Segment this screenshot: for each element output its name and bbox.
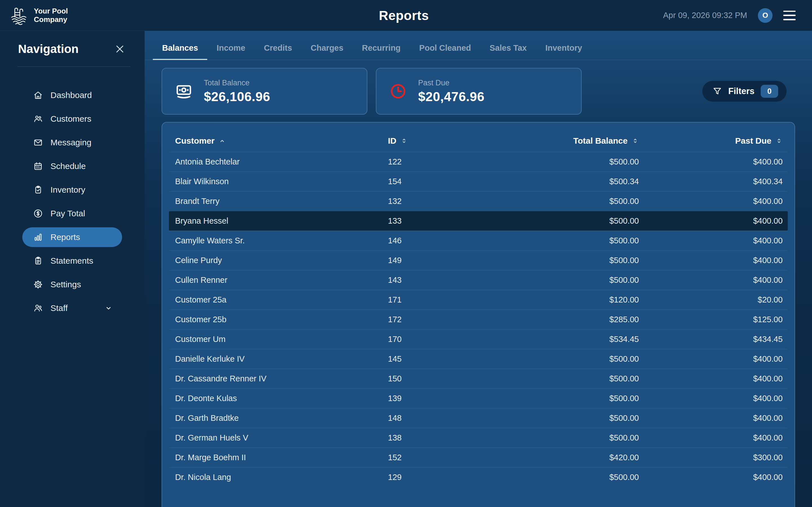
sidebar-item-label: Dashboard [50,91,92,100]
tab-recurring[interactable]: Recurring [353,41,410,60]
customer-name-cell: Celine Purdy [175,256,388,265]
tab-income[interactable]: Income [207,41,255,60]
tab-charges[interactable]: Charges [301,41,353,60]
tab-balances[interactable]: Balances [153,41,207,60]
customer-id-cell: 154 [388,177,506,186]
table-row[interactable]: Customer Um170$534.45$434.45 [169,329,788,349]
balances-table-card: CustomerIDTotal BalancePast Due Antonia … [161,122,795,507]
customer-id-cell: 138 [388,433,506,443]
table-row[interactable]: Celine Purdy149$500.00$400.00 [169,250,788,270]
customer-id-cell: 172 [388,315,506,324]
filters-button[interactable]: Filters 0 [702,81,786,102]
table-row[interactable]: Dr. Marge Boehm II152$420.00$300.00 [169,448,788,467]
brand-line1: Your Pool [34,7,68,15]
tab-credits[interactable]: Credits [255,41,301,60]
customer-id-cell: 150 [388,374,506,383]
calendar-icon [33,161,43,171]
customer-name-cell: Customer 25a [175,295,388,304]
column-header-past-due[interactable]: Past Due [639,136,783,146]
sidebar-item-dashboard[interactable]: Dashboard [22,86,122,105]
hamburger-menu-icon[interactable] [783,11,796,20]
column-label: ID [388,136,396,146]
total-balance-value: $26,106.96 [204,89,270,104]
total-balance-cell: $120.00 [506,295,639,304]
table-row[interactable]: Dr. Deonte Kulas139$500.00$400.00 [169,388,788,408]
total-balance-cell: $500.00 [506,236,639,245]
table-row[interactable]: Cullen Renner143$500.00$400.00 [169,270,788,290]
home-icon [33,90,43,100]
customer-id-cell: 139 [388,394,506,403]
dollar-circle-icon [33,209,43,219]
sidebar-item-reports[interactable]: Reports [22,227,122,247]
past-due-cell: $400.00 [639,196,783,206]
customer-name-cell: Camylle Waters Sr. [175,236,388,245]
column-label: Customer [175,136,214,146]
column-header-total-balance[interactable]: Total Balance [506,136,639,146]
total-balance-cell: $500.00 [506,276,639,285]
sidebar-item-staff[interactable]: Staff [22,298,122,318]
past-due-label: Past Due [418,78,485,87]
customer-id-cell: 145 [388,354,506,363]
table-row[interactable]: Bryana Hessel133$500.00$400.00 [169,211,788,231]
past-due-cell: $400.00 [639,394,783,403]
sort-icon [775,137,783,145]
sort-ascending-icon [218,137,226,145]
sort-icon [631,137,639,145]
total-balance-cell: $500.00 [506,413,639,423]
sidebar: Navigation DashboardCustomersMessagingSc… [0,31,145,507]
customer-name-cell: Dr. Deonte Kulas [175,394,388,403]
customer-id-cell: 132 [388,196,506,206]
avatar[interactable]: O [758,8,772,23]
tab-pool-cleaned[interactable]: Pool Cleaned [410,41,480,60]
past-due-cell: $400.00 [639,433,783,443]
customer-id-cell: 170 [388,335,506,344]
past-due-cell: $400.00 [639,354,783,363]
customer-id-cell: 148 [388,413,506,423]
table-row[interactable]: Dr. Garth Bradtke148$500.00$400.00 [169,408,788,428]
total-balance-cell: $500.00 [506,256,639,265]
table-row[interactable]: Dr. German Huels V138$500.00$400.00 [169,428,788,448]
table-row[interactable]: Dr. Cassandre Renner IV150$500.00$400.00 [169,369,788,388]
customer-name-cell: Dr. Nicola Lang [175,473,388,482]
table-row[interactable]: Danielle Kerluke IV145$500.00$400.00 [169,349,788,369]
header-datetime: Apr 09, 2026 09:32 PM [663,11,747,20]
pool-ladder-logo-icon [8,4,30,26]
header-right: Apr 09, 2026 09:32 PM O [663,8,812,23]
past-due-cell: $20.00 [639,295,783,304]
table-row[interactable]: Customer 25b172$285.00$125.00 [169,309,788,329]
table-body: Antonia Bechtelar122$500.00$400.00Blair … [169,152,788,487]
customer-name-cell: Customer Um [175,335,388,344]
column-header-id[interactable]: ID [388,136,506,146]
table-row[interactable]: Camylle Waters Sr.146$500.00$400.00 [169,231,788,250]
past-due-cell: $400.00 [639,256,783,265]
table-row[interactable]: Blair Wilkinson154$500.34$400.34 [169,172,788,191]
column-label: Past Due [735,136,771,146]
sidebar-item-label: Inventory [50,185,85,194]
sidebar-item-pay-total[interactable]: Pay Total [22,204,122,223]
customer-name-cell: Customer 25b [175,315,388,324]
total-balance-label: Total Balance [204,78,270,87]
sort-icon [400,137,408,145]
sidebar-item-messaging[interactable]: Messaging [22,133,122,152]
sidebar-item-label: Reports [50,232,80,242]
bar-chart-icon [33,232,43,242]
main-content: BalancesIncomeCreditsChargesRecurringPoo… [145,31,812,507]
customer-id-cell: 143 [388,276,506,285]
past-due-cell: $400.00 [639,276,783,285]
table-row[interactable]: Dr. Nicola Lang129$500.00$400.00 [169,467,788,487]
close-icon[interactable] [114,43,125,55]
table-row[interactable]: Antonia Bechtelar122$500.00$400.00 [169,152,788,172]
sidebar-item-inventory[interactable]: Inventory [22,180,122,200]
tab-inventory[interactable]: Inventory [536,41,592,60]
sidebar-item-settings[interactable]: Settings [22,275,122,294]
sidebar-item-statements[interactable]: Statements [22,251,122,271]
sidebar-item-schedule[interactable]: Schedule [22,156,122,176]
customer-name-cell: Brandt Terry [175,196,388,206]
table-row[interactable]: Brandt Terry132$500.00$400.00 [169,191,788,211]
table-row[interactable]: Customer 25a171$120.00$20.00 [169,290,788,309]
sidebar-item-customers[interactable]: Customers [22,109,122,129]
customer-name-cell: Dr. Marge Boehm II [175,453,388,462]
column-header-customer[interactable]: Customer [175,136,388,146]
total-balance-cell: $500.00 [506,473,639,482]
tab-sales-tax[interactable]: Sales Tax [480,41,536,60]
